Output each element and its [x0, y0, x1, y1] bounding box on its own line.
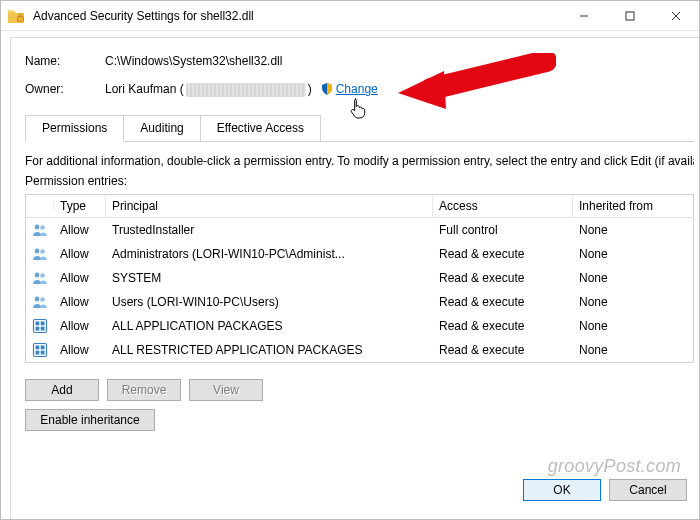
svg-point-4: [35, 248, 40, 253]
cell-inherited: None: [573, 219, 693, 241]
svg-rect-15: [34, 343, 47, 356]
col-icon[interactable]: [26, 202, 54, 210]
owner-value: Lori Kaufman (): [105, 82, 312, 97]
change-owner-link[interactable]: Change: [336, 82, 378, 96]
cell-principal: Users (LORI-WIN10-PC\Users): [106, 291, 433, 313]
package-icon: [26, 314, 54, 338]
svg-rect-13: [36, 327, 40, 331]
dialog-footer: OK Cancel: [523, 479, 687, 501]
users-icon: [26, 290, 54, 314]
tab-auditing[interactable]: Auditing: [123, 115, 200, 142]
info-text: For additional information, double-click…: [25, 154, 694, 168]
owner-account-redacted: [186, 83, 306, 97]
uac-shield-icon: [320, 82, 334, 96]
svg-rect-16: [36, 345, 40, 349]
col-principal[interactable]: Principal: [106, 195, 433, 217]
table-row[interactable]: AllowUsers (LORI-WIN10-PC\Users)Read & e…: [26, 290, 693, 314]
cell-principal: ALL RESTRICTED APPLICATION PACKAGES: [106, 339, 433, 361]
svg-rect-1: [626, 12, 634, 20]
table-header: Type Principal Access Inherited from: [26, 195, 693, 218]
table-row[interactable]: AllowSYSTEMRead & executeNone: [26, 266, 693, 290]
cell-principal: ALL APPLICATION PACKAGES: [106, 315, 433, 337]
minimize-button[interactable]: [561, 1, 607, 30]
tab-permissions[interactable]: Permissions: [25, 115, 124, 142]
cell-inherited: None: [573, 339, 693, 361]
svg-point-5: [40, 249, 44, 253]
col-inherited[interactable]: Inherited from: [573, 195, 693, 217]
cell-principal: Administrators (LORI-WIN10-PC\Administ..…: [106, 243, 433, 265]
owner-name-suffix: ): [308, 82, 312, 96]
users-icon: [26, 266, 54, 290]
table-row[interactable]: AllowTrustedInstallerFull controlNone: [26, 218, 693, 242]
table-body: AllowTrustedInstallerFull controlNoneAll…: [26, 218, 693, 362]
title-bar: Advanced Security Settings for shell32.d…: [1, 1, 699, 31]
svg-point-8: [35, 296, 40, 301]
svg-point-3: [40, 225, 44, 229]
svg-rect-10: [34, 319, 47, 332]
maximize-button[interactable]: [607, 1, 653, 30]
cell-access: Read & execute: [433, 315, 573, 337]
view-button: View: [189, 379, 263, 401]
package-icon: [26, 338, 54, 362]
svg-rect-0: [18, 16, 24, 21]
cell-inherited: None: [573, 243, 693, 265]
cell-type: Allow: [54, 219, 106, 241]
close-button[interactable]: [653, 1, 699, 30]
svg-rect-11: [36, 321, 40, 325]
table-row[interactable]: AllowAdministrators (LORI-WIN10-PC\Admin…: [26, 242, 693, 266]
svg-point-7: [40, 273, 44, 277]
svg-rect-18: [36, 351, 40, 355]
svg-rect-14: [41, 327, 45, 331]
window-frame: Advanced Security Settings for shell32.d…: [0, 0, 700, 520]
add-button[interactable]: Add: [25, 379, 99, 401]
cell-type: Allow: [54, 243, 106, 265]
remove-button: Remove: [107, 379, 181, 401]
cell-principal: SYSTEM: [106, 267, 433, 289]
hand-cursor-icon: [349, 97, 367, 119]
permission-entries-table[interactable]: Type Principal Access Inherited from All…: [25, 194, 694, 363]
svg-point-2: [35, 224, 40, 229]
cell-access: Read & execute: [433, 243, 573, 265]
svg-rect-19: [41, 351, 45, 355]
folder-lock-icon: [7, 7, 25, 25]
table-row[interactable]: AllowALL APPLICATION PACKAGESRead & exec…: [26, 314, 693, 338]
owner-label: Owner:: [25, 82, 105, 96]
inheritance-buttons: Enable inheritance: [25, 409, 694, 431]
cell-inherited: None: [573, 291, 693, 313]
cancel-button[interactable]: Cancel: [609, 479, 687, 501]
name-value: C:\Windows\System32\shell32.dll: [105, 54, 282, 68]
enable-inheritance-button[interactable]: Enable inheritance: [25, 409, 155, 431]
cell-type: Allow: [54, 291, 106, 313]
svg-rect-17: [41, 345, 45, 349]
tab-effective-access[interactable]: Effective Access: [200, 115, 321, 142]
svg-point-9: [40, 297, 44, 301]
col-type[interactable]: Type: [54, 195, 106, 217]
cell-inherited: None: [573, 315, 693, 337]
cell-access: Read & execute: [433, 267, 573, 289]
col-access[interactable]: Access: [433, 195, 573, 217]
cell-type: Allow: [54, 267, 106, 289]
svg-point-6: [35, 272, 40, 277]
cell-access: Full control: [433, 219, 573, 241]
svg-rect-12: [41, 321, 45, 325]
window-title: Advanced Security Settings for shell32.d…: [33, 9, 561, 23]
name-label: Name:: [25, 54, 105, 68]
name-row: Name: C:\Windows\System32\shell32.dll: [25, 54, 694, 68]
cell-type: Allow: [54, 315, 106, 337]
table-row[interactable]: AllowALL RESTRICTED APPLICATION PACKAGES…: [26, 338, 693, 362]
cell-access: Read & execute: [433, 291, 573, 313]
cell-type: Allow: [54, 339, 106, 361]
owner-name-prefix: Lori Kaufman (: [105, 82, 184, 96]
entries-label: Permission entries:: [25, 174, 694, 188]
entry-buttons: Add Remove View: [25, 379, 694, 401]
cell-inherited: None: [573, 267, 693, 289]
ok-button[interactable]: OK: [523, 479, 601, 501]
users-icon: [26, 242, 54, 266]
window-buttons: [561, 1, 699, 30]
cell-access: Read & execute: [433, 339, 573, 361]
cell-principal: TrustedInstaller: [106, 219, 433, 241]
users-icon: [26, 218, 54, 242]
owner-row: Owner: Lori Kaufman () Change: [25, 82, 694, 97]
